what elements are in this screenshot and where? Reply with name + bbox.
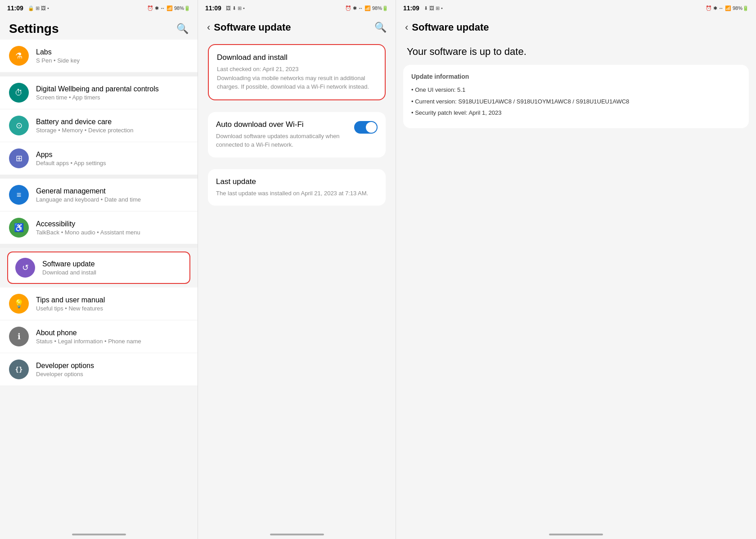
- search-icon-left[interactable]: 🔍: [176, 23, 189, 35]
- header-left-right: ‹ Software update: [405, 22, 489, 33]
- digital-wellbeing-text: Digital Wellbeing and parental controls …: [36, 85, 189, 101]
- update-info-item-2: • Current version: S918U1UEU1AWC8 / S918…: [411, 97, 741, 106]
- apps-subtitle: Default apps • App settings: [36, 160, 189, 166]
- apps-title: Apps: [36, 151, 189, 159]
- auto-download-toggle[interactable]: [354, 121, 378, 134]
- middle-content: Download and install Last checked on: Ap…: [198, 37, 396, 530]
- home-indicator-left: [72, 534, 126, 535]
- battery-title: Battery and device care: [36, 118, 189, 126]
- software-update-icon: ↺: [15, 258, 35, 278]
- download-install-subtitle: Last checked on: April 21, 2023 Download…: [217, 65, 377, 91]
- auto-download-row: Auto download over Wi-Fi Download softwa…: [216, 120, 378, 149]
- middle-panel: 11:09 🖼 ⬇ ⊞ • ⏰ ✱ ↔ 📶 98%🔋 ‹ Software up…: [198, 0, 396, 539]
- battery-icon-right: ⏰ ✱ ↔ 📶 98%🔋: [706, 5, 749, 11]
- status-icons-middle: 🖼 ⬇ ⊞ •: [226, 5, 245, 11]
- status-bar-left: 11:09 🔒 ⊞ 🖼 • ⏰ ✱ ↔ 📶 98%🔋: [0, 0, 198, 16]
- time-middle: 11:09: [205, 4, 221, 12]
- time-right: 11:09: [403, 4, 419, 12]
- settings-item-about-phone[interactable]: ℹ About phone Status • Legal information…: [0, 320, 198, 353]
- home-bar-left: [0, 530, 198, 539]
- battery-icon-middle: ⏰ ✱ ↔ 📶 98%🔋: [345, 5, 388, 11]
- last-update-title: Last update: [216, 177, 378, 186]
- right-panel-header: ‹ Software update: [396, 16, 756, 37]
- settings-item-general-mgmt[interactable]: ≡ General management Language and keyboa…: [0, 179, 198, 211]
- developer-subtitle: Developer options: [36, 371, 189, 377]
- home-bar-right: [396, 530, 756, 539]
- settings-item-battery[interactable]: ⊙ Battery and device care Storage • Memo…: [0, 109, 198, 142]
- tips-text: Tips and user manual Useful tips • New f…: [36, 296, 189, 312]
- settings-item-software-update[interactable]: ↺ Software update Download and install: [7, 252, 190, 284]
- settings-item-tips[interactable]: 💡 Tips and user manual Useful tips • New…: [0, 287, 198, 320]
- download-card-wrapper: Download and install Last checked on: Ap…: [198, 37, 396, 100]
- right-panel-title: Software update: [412, 22, 489, 33]
- about-phone-title: About phone: [36, 329, 189, 337]
- status-right-left: ⏰ ✱ ↔ 📶 98%🔋: [147, 5, 190, 11]
- settings-item-digital-wellbeing[interactable]: ⏱ Digital Wellbeing and parental control…: [0, 76, 198, 109]
- status-time-middle: 11:09 🖼 ⬇ ⊞ •: [205, 4, 245, 12]
- status-right-middle: ⏰ ✱ ↔ 📶 98%🔋: [345, 5, 388, 11]
- home-indicator-right: [549, 534, 603, 535]
- home-bar-middle: [198, 530, 396, 539]
- status-icons-right: ⬇ 🖼 ⊞ •: [424, 5, 443, 11]
- settings-item-developer[interactable]: {} Developer options Developer options: [0, 353, 198, 386]
- search-icon-middle[interactable]: 🔍: [374, 22, 387, 33]
- download-install-card[interactable]: Download and install Last checked on: Ap…: [208, 44, 386, 100]
- time-left: 11:09: [7, 4, 23, 12]
- up-to-date-message: Your software is up to date.: [396, 37, 756, 65]
- developer-icon: {}: [9, 359, 29, 379]
- update-info-heading: Update information: [411, 73, 741, 80]
- software-update-page-title: Software update: [214, 22, 291, 33]
- general-mgmt-title: General management: [36, 187, 189, 195]
- tips-title: Tips and user manual: [36, 296, 189, 304]
- general-mgmt-icon: ≡: [9, 185, 29, 205]
- labs-title: Labs: [36, 48, 189, 56]
- accessibility-title: Accessibility: [36, 220, 189, 228]
- software-update-wrapper: ↺ Software update Download and install: [0, 248, 198, 287]
- left-panel: 11:09 🔒 ⊞ 🖼 • ⏰ ✱ ↔ 📶 98%🔋 Settings 🔍 ⚗ …: [0, 0, 198, 539]
- accessibility-subtitle: TalkBack • Mono audio • Assistant menu: [36, 229, 189, 236]
- general-mgmt-text: General management Language and keyboard…: [36, 187, 189, 203]
- status-right-right: ⏰ ✱ ↔ 📶 98%🔋: [706, 5, 749, 11]
- toggle-thumb: [366, 122, 377, 133]
- last-update-subtitle: The last update was installed on April 2…: [216, 189, 378, 198]
- settings-item-accessibility[interactable]: ♿ Accessibility TalkBack • Mono audio • …: [0, 211, 198, 244]
- auto-download-wrapper: Auto download over Wi-Fi Download softwa…: [198, 105, 396, 157]
- labs-subtitle: S Pen • Side key: [36, 57, 189, 64]
- apps-text: Apps Default apps • App settings: [36, 151, 189, 166]
- digital-wellbeing-title: Digital Wellbeing and parental controls: [36, 85, 189, 93]
- status-icons-left: 🔒 ⊞ 🖼 •: [28, 5, 49, 11]
- back-icon-middle[interactable]: ‹: [207, 22, 210, 33]
- apps-icon: ⊞: [9, 148, 29, 168]
- auto-download-text: Auto download over Wi-Fi Download softwa…: [216, 120, 349, 149]
- battery-icon: ⊙: [9, 116, 29, 135]
- general-mgmt-subtitle: Language and keyboard • Date and time: [36, 196, 189, 203]
- labs-icon: ⚗: [9, 46, 29, 66]
- battery-icon-left: ⏰ ✱ ↔ 📶 98%🔋: [147, 5, 190, 11]
- auto-download-card[interactable]: Auto download over Wi-Fi Download softwa…: [208, 112, 386, 157]
- digital-wellbeing-subtitle: Screen time • App timers: [36, 94, 189, 101]
- auto-download-title: Auto download over Wi-Fi: [216, 120, 349, 129]
- settings-item-labs[interactable]: ⚗ Labs S Pen • Side key: [0, 40, 198, 72]
- status-bar-middle: 11:09 🖼 ⬇ ⊞ • ⏰ ✱ ↔ 📶 98%🔋: [198, 0, 396, 16]
- settings-header: Settings 🔍: [0, 16, 198, 40]
- last-update-wrapper: Last update The last update was installe…: [198, 162, 396, 206]
- update-info-card: Update information • One UI version: 5.1…: [403, 65, 749, 128]
- settings-item-apps[interactable]: ⊞ Apps Default apps • App settings: [0, 142, 198, 175]
- battery-subtitle: Storage • Memory • Device protection: [36, 127, 189, 134]
- header-left-middle: ‹ Software update: [207, 22, 291, 33]
- settings-title: Settings: [9, 22, 58, 36]
- tips-subtitle: Useful tips • New features: [36, 305, 189, 312]
- software-update-header: ‹ Software update 🔍: [198, 16, 396, 37]
- last-update-card[interactable]: Last update The last update was installe…: [208, 169, 386, 206]
- developer-title: Developer options: [36, 362, 189, 370]
- status-bar-time-left: 11:09 🔒 ⊞ 🖼 •: [7, 4, 49, 12]
- digital-wellbeing-icon: ⏱: [9, 83, 29, 103]
- accessibility-icon: ♿: [9, 218, 29, 238]
- accessibility-text: Accessibility TalkBack • Mono audio • As…: [36, 220, 189, 236]
- update-info-item-1: • One UI version: 5.1: [411, 85, 741, 94]
- settings-list: ⚗ Labs S Pen • Side key ⏱ Digital Wellbe…: [0, 40, 198, 530]
- right-panel: 11:09 ⬇ 🖼 ⊞ • ⏰ ✱ ↔ 📶 98%🔋 ‹ Software up…: [396, 0, 756, 539]
- status-bar-right: 11:09 ⬇ 🖼 ⊞ • ⏰ ✱ ↔ 📶 98%🔋: [396, 0, 756, 16]
- developer-text: Developer options Developer options: [36, 362, 189, 377]
- back-icon-right[interactable]: ‹: [405, 22, 408, 33]
